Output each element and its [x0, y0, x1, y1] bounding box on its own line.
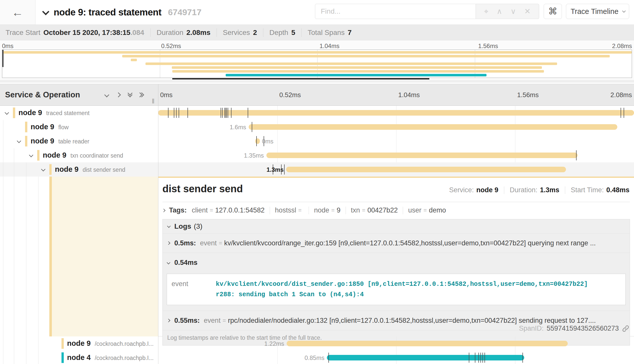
- locate-icon[interactable]: ⌖: [484, 8, 489, 15]
- log-marker-tick: [168, 108, 168, 118]
- span-timeline-cell[interactable]: 1.3ms: [158, 162, 634, 177]
- collapse-one-icon[interactable]: [104, 92, 109, 97]
- service-name: node 9traced statement: [18, 109, 90, 117]
- indent-guide: [3, 148, 3, 162]
- log-marker-tick: [522, 353, 523, 363]
- log-marker-tick: [480, 353, 481, 363]
- logs-header[interactable]: Logs (3): [163, 219, 630, 233]
- find-input[interactable]: [315, 4, 476, 19]
- log-entry-line[interactable]: 0.5ms:event=kv/kvclient/kvcoord/range_it…: [163, 233, 630, 253]
- log-detail-table: eventkv/kvclient/kvcoord/dist_sender.go:…: [167, 274, 626, 305]
- trace-minimap[interactable]: 0ms0.52ms1.04ms1.56ms2.08ms: [0, 40, 634, 84]
- find-clear-icon[interactable]: ✕: [524, 8, 531, 15]
- log-timestamp: 0.55ms:: [174, 317, 200, 325]
- span-row[interactable]: node 9flow1.6ms: [0, 120, 634, 134]
- keyboard-shortcuts-button[interactable]: ⌘: [544, 4, 562, 19]
- log-marker-tick: [176, 108, 177, 118]
- expand-all-icon[interactable]: [140, 93, 147, 97]
- span-id-row: SpanID: 5597415943526560273: [519, 325, 629, 332]
- back-arrow-icon: ←: [12, 6, 24, 19]
- collapse-trace-chevron-icon[interactable]: [42, 8, 49, 15]
- span-tree-cell[interactable]: node 9txn coordinator send: [0, 148, 158, 162]
- span-tree-cell[interactable]: node 9flow: [0, 120, 158, 134]
- span-row[interactable]: node 9traced statement: [0, 106, 634, 120]
- span-bar[interactable]: [249, 124, 617, 130]
- span-tree-cell[interactable]: node 9table reader: [0, 134, 158, 148]
- span-row[interactable]: node 9dist sender send1.3ms: [0, 162, 634, 177]
- separator: [346, 207, 346, 214]
- summary-label: Total Spans: [308, 29, 345, 37]
- log-marker-tick: [256, 136, 257, 146]
- timeline-tick-label: 1.56ms: [517, 84, 539, 105]
- separator: [270, 207, 270, 214]
- tags-row[interactable]: Tags:client=127.0.0.1:54582hostssl=node=…: [162, 206, 446, 214]
- timeline-tick-label: 2.08ms: [610, 84, 632, 105]
- tag-key: user: [408, 206, 421, 214]
- trace-view-selector-label: Trace Timeline: [570, 7, 618, 16]
- minimap-span-bar: [172, 70, 544, 73]
- link-icon[interactable]: [622, 325, 629, 332]
- span-tree-cell[interactable]: node 9/cockroach.roachpb.I...: [0, 336, 158, 351]
- span-timeline-cell[interactable]: 1.6ms: [158, 120, 634, 134]
- span-tree-cell[interactable]: node 4/cockroach.roachpb.I...: [0, 351, 158, 364]
- span-row[interactable]: node 9txn coordinator send1.35ms: [0, 148, 634, 162]
- span-row[interactable]: node 4/cockroach.roachpb.I...0.85ms: [0, 351, 634, 364]
- log-marker-tick: [224, 108, 225, 118]
- span-timeline-cell[interactable]: 1.22ms: [158, 336, 634, 351]
- minimap-span-bar: [172, 66, 542, 69]
- collapse-all-icon[interactable]: [128, 92, 132, 98]
- span-bar[interactable]: [286, 167, 566, 172]
- chevron-right-icon: [167, 241, 170, 245]
- span-timeline-cell[interactable]: 0ms: [158, 134, 634, 148]
- tag-key: node: [314, 206, 329, 214]
- panel-divider[interactable]: [158, 84, 158, 364]
- service-operation-title: Service & Operation: [5, 90, 80, 99]
- log-marker-tick: [475, 353, 475, 363]
- span-detail-accent-bg: [49, 177, 158, 336]
- span-row[interactable]: node 9/cockroach.roachpb.I...1.22ms: [0, 336, 634, 351]
- span-bar[interactable]: [266, 153, 578, 158]
- span-timeline-cell[interactable]: 0.85ms: [158, 351, 634, 364]
- column-resize-handle[interactable]: ‖: [152, 97, 155, 105]
- log-key: event: [204, 317, 221, 325]
- minimap-drag-handle[interactable]: [2, 50, 4, 67]
- meta-label: Service:: [449, 186, 474, 194]
- minimap-tick-label: 1.04ms: [320, 42, 340, 50]
- chevron-down-icon: [167, 224, 171, 228]
- log-entry-line[interactable]: 0.54ms: [163, 253, 630, 272]
- span-tree-cell[interactable]: node 9traced statement: [0, 106, 158, 120]
- service-name: node 9flow: [31, 123, 69, 131]
- tags-label: Tags:: [169, 206, 187, 214]
- back-button[interactable]: ←: [0, 0, 35, 25]
- equals-sign: =: [210, 207, 213, 214]
- expand-one-icon[interactable]: [116, 92, 121, 97]
- span-bar[interactable]: [327, 355, 524, 360]
- indent-guide: [38, 351, 38, 364]
- span-tree-cell[interactable]: node 9dist sender send: [0, 162, 158, 177]
- trace-view-selector[interactable]: Trace Timeline: [566, 4, 629, 19]
- indent-guide: [3, 134, 3, 148]
- expand-chevron-icon[interactable]: [5, 111, 9, 115]
- minimap-viewport-indicator[interactable]: [172, 78, 429, 79]
- indent-guide: [26, 336, 26, 351]
- expand-chevron-icon[interactable]: [17, 139, 21, 143]
- tag-key: txn: [351, 206, 360, 214]
- separator: [263, 28, 263, 37]
- separator: [504, 186, 504, 194]
- operation-name: txn coordinator send: [70, 152, 123, 159]
- find-next-icon[interactable]: ∨: [511, 8, 516, 15]
- span-timeline-cell[interactable]: [158, 106, 634, 120]
- indent-guide: [3, 162, 3, 177]
- span-timeline-cell[interactable]: 1.35ms: [158, 148, 634, 162]
- span-bar[interactable]: [287, 341, 568, 346]
- span-duration-label: 1.35ms: [244, 152, 264, 159]
- indent-guide: [38, 336, 38, 351]
- expand-chevron-icon[interactable]: [29, 153, 33, 157]
- log-marker-tick: [221, 108, 221, 118]
- span-bar[interactable]: [158, 110, 634, 116]
- expand-chevron-icon[interactable]: [41, 167, 46, 172]
- minimap-canvas[interactable]: [2, 50, 632, 78]
- find-prev-icon[interactable]: ∧: [497, 8, 502, 15]
- span-color-column: [49, 177, 52, 336]
- span-row[interactable]: node 9table reader0ms: [0, 134, 634, 148]
